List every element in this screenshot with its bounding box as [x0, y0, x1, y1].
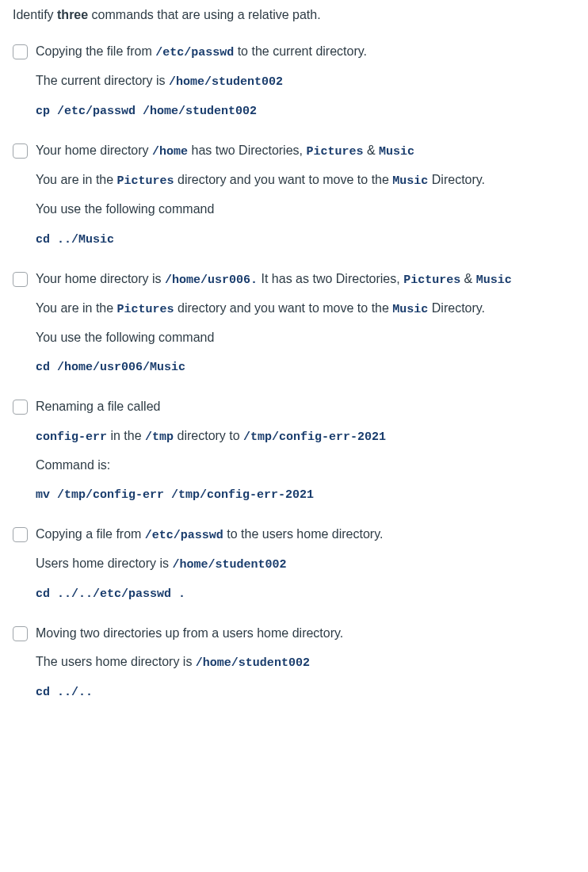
plain-text: Copying the file from — [36, 44, 155, 58]
option-2: Your home directory /home has two Direct… — [13, 142, 580, 247]
plain-text: Command is: — [36, 458, 110, 472]
question-prompt: Identify three commands that are using a… — [13, 6, 580, 24]
mono-text: Pictures — [306, 145, 363, 159]
mono-text: cp /etc/passwd /home/student002 — [36, 105, 257, 118]
question-bold: three — [57, 8, 88, 21]
option-body: Your home directory is /home/usr006. It … — [36, 270, 580, 376]
option-text: Copying the file from /etc/passwd to the… — [36, 43, 580, 61]
plain-text: You are in the — [36, 173, 117, 186]
option-body: Renaming a file calledconfig-err in the … — [36, 398, 580, 503]
option-text: Copying a file from /etc/passwd to the u… — [36, 526, 580, 544]
option-checkbox[interactable] — [13, 44, 28, 59]
plain-text: Directory. — [428, 173, 485, 186]
plain-text: & — [460, 272, 476, 285]
option-text: Users home directory is /home/student002 — [36, 555, 580, 573]
mono-text: /home/student002 — [169, 75, 283, 89]
option-1: Copying the file from /etc/passwd to the… — [13, 43, 580, 120]
command-line: cd ../Music — [36, 230, 580, 248]
mono-text: /etc/passwd — [145, 529, 223, 542]
plain-text: Your home directory — [36, 143, 152, 157]
option-text: Your home directory is /home/usr006. It … — [36, 270, 580, 289]
mono-text: Pictures — [117, 174, 174, 188]
mono-text: Pictures — [403, 273, 460, 287]
command-line: cp /etc/passwd /home/student002 — [36, 101, 580, 120]
option-checkbox[interactable] — [13, 143, 28, 159]
plain-text: to the current directory. — [234, 44, 367, 58]
option-checkbox[interactable] — [13, 527, 28, 542]
option-text: The users home directory is /home/studen… — [36, 653, 580, 671]
mono-text: cd ../.. — [36, 686, 93, 699]
plain-text: has two Directories, — [188, 143, 306, 157]
option-text: The current directory is /home/student00… — [36, 72, 580, 90]
option-text: Renaming a file called — [36, 398, 580, 415]
mono-text: /home/student002 — [196, 656, 310, 670]
option-3: Your home directory is /home/usr006. It … — [13, 270, 580, 376]
plain-text: Directory. — [428, 301, 485, 315]
plain-text: You use the following command — [36, 331, 214, 344]
plain-text: It has as two Directories, — [258, 272, 403, 285]
option-text: You use the following command — [36, 201, 580, 218]
plain-text: & — [363, 143, 379, 157]
plain-text: directory and you want to move to the — [174, 301, 393, 315]
option-body: Copying the file from /etc/passwd to the… — [36, 43, 580, 120]
mono-text: Music — [392, 303, 428, 316]
command-line: cd ../.. — [36, 683, 580, 701]
option-body: Your home directory /home has two Direct… — [36, 142, 580, 247]
mono-text: cd ../../etc/passwd . — [36, 587, 185, 601]
plain-text: Your home directory is — [36, 272, 165, 285]
mono-text: /home/usr006. — [165, 273, 258, 287]
option-5: Copying a file from /etc/passwd to the u… — [13, 526, 580, 602]
mono-text: /tmp/config-err-2021 — [243, 430, 386, 444]
plain-text: Moving two directories up from a users h… — [36, 626, 343, 640]
question-post: commands that are using a relative path. — [88, 8, 321, 21]
plain-text: to the users home directory. — [223, 527, 384, 541]
plain-text: You are in the — [36, 301, 117, 315]
mono-text: Pictures — [117, 303, 174, 316]
option-body: Moving two directories up from a users h… — [36, 625, 580, 701]
option-checkbox[interactable] — [13, 626, 28, 641]
plain-text: Copying a file from — [36, 527, 145, 541]
mono-text: Music — [476, 273, 512, 287]
mono-text: Music — [379, 145, 414, 159]
plain-text: Renaming a file called — [36, 400, 160, 413]
plain-text: Users home directory is — [36, 556, 173, 570]
option-checkbox[interactable] — [13, 272, 28, 287]
plain-text: directory to — [174, 429, 243, 442]
option-text: Command is: — [36, 457, 580, 474]
question-pre: Identify — [13, 8, 57, 21]
mono-text: Music — [392, 174, 428, 188]
mono-text: mv /tmp/config-err /tmp/config-err-2021 — [36, 488, 314, 502]
mono-text: cd ../Music — [36, 233, 114, 247]
plain-text: The users home directory is — [36, 655, 196, 668]
option-6: Moving two directories up from a users h… — [13, 625, 580, 701]
option-text: Your home directory /home has two Direct… — [36, 142, 580, 160]
option-text: You are in the Pictures directory and yo… — [36, 171, 580, 189]
option-text: You are in the Pictures directory and yo… — [36, 300, 580, 318]
plain-text: directory and you want to move to the — [174, 173, 393, 186]
plain-text: You use the following command — [36, 202, 214, 216]
option-text: Moving two directories up from a users h… — [36, 625, 580, 642]
option-checkbox[interactable] — [13, 400, 28, 415]
plain-text: in the — [107, 429, 145, 442]
plain-text: The current directory is — [36, 74, 169, 87]
command-line: cd ../../etc/passwd . — [36, 584, 580, 602]
command-line: cd /home/usr006/Music — [36, 358, 580, 376]
mono-text: /tmp — [145, 430, 174, 444]
mono-text: /home — [152, 145, 188, 159]
option-body: Copying a file from /etc/passwd to the u… — [36, 526, 580, 602]
mono-text: /home/student002 — [173, 558, 287, 572]
options-list: Copying the file from /etc/passwd to the… — [13, 43, 580, 701]
option-text: You use the following command — [36, 329, 580, 346]
option-4: Renaming a file calledconfig-err in the … — [13, 398, 580, 503]
mono-text: config-err — [36, 430, 107, 444]
mono-text: cd /home/usr006/Music — [36, 361, 185, 374]
option-text: config-err in the /tmp directory to /tmp… — [36, 427, 580, 446]
mono-text: /etc/passwd — [155, 46, 234, 59]
command-line: mv /tmp/config-err /tmp/config-err-2021 — [36, 485, 580, 503]
